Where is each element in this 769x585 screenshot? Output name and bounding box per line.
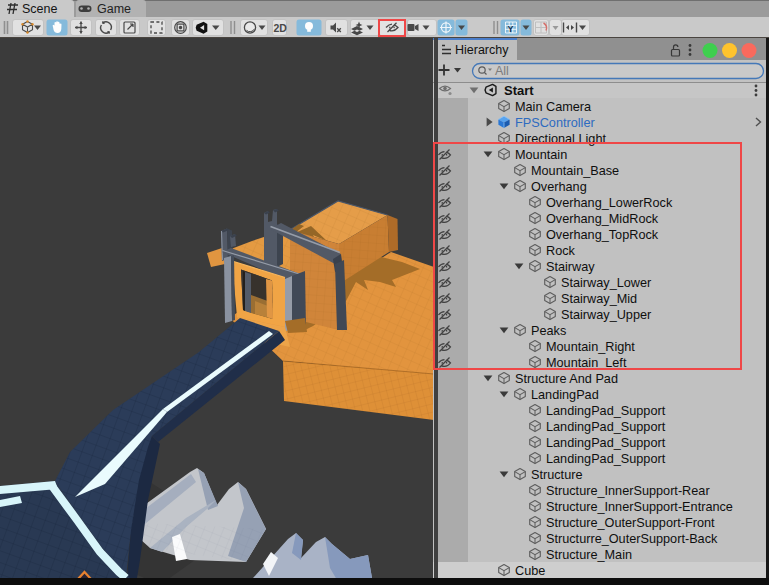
svg-text:Cube: Cube — [515, 564, 545, 578]
svg-text:Structurre_OuterSupport-Back: Structurre_OuterSupport-Back — [546, 532, 718, 546]
svg-text:LandingPad_Support: LandingPad_Support — [546, 436, 666, 450]
svg-text:2D: 2D — [274, 22, 288, 34]
svg-text:Structure_Main: Structure_Main — [546, 548, 632, 562]
svg-text:LandingPad_Support: LandingPad_Support — [546, 452, 666, 466]
svg-text:Scene: Scene — [22, 2, 57, 16]
svg-text:Structure And Pad: Structure And Pad — [515, 372, 618, 386]
svg-text:Structure_OuterSupport-Front: Structure_OuterSupport-Front — [546, 516, 715, 530]
svg-text:Structure_InnerSupport-Entranc: Structure_InnerSupport-Entrance — [546, 500, 733, 514]
svg-text:LandingPad_Support: LandingPad_Support — [546, 404, 666, 418]
svg-text:LandingPad: LandingPad — [531, 388, 599, 402]
svg-text:Y: Y — [507, 24, 513, 34]
svg-text:Hierarchy: Hierarchy — [455, 43, 509, 57]
svg-text:FPSController: FPSController — [515, 116, 595, 130]
svg-text:Game: Game — [97, 2, 131, 16]
svg-text:Main Camera: Main Camera — [515, 100, 592, 114]
svg-text:Structure_InnerSupport-Rear: Structure_InnerSupport-Rear — [546, 484, 710, 498]
svg-text:All: All — [495, 64, 509, 78]
svg-text:Start: Start — [504, 83, 534, 98]
svg-text:Structure: Structure — [531, 468, 582, 482]
svg-text:LandingPad_Support: LandingPad_Support — [546, 420, 666, 434]
